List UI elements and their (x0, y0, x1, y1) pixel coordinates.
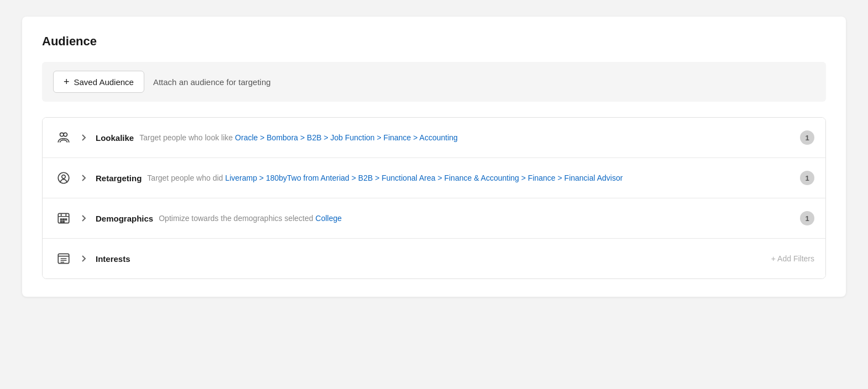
demographics-row[interactable]: Demographics Optimize towards the demogr… (43, 198, 825, 239)
svg-point-1 (64, 133, 67, 136)
lookalike-icon (54, 128, 74, 148)
interests-svg (56, 251, 71, 266)
demographics-svg (56, 211, 71, 225)
svg-point-3 (62, 175, 66, 179)
demographics-content: Demographics Optimize towards the demogr… (96, 214, 793, 223)
lookalike-link: Oracle > Bombora > B2B > Job Function > … (235, 133, 458, 142)
plus-icon: + (64, 77, 70, 87)
svg-point-2 (58, 172, 69, 183)
retargeting-icon (54, 168, 74, 188)
lookalike-svg (56, 130, 71, 145)
page-title: Audience (42, 34, 826, 49)
retargeting-row[interactable]: Retargeting Target people who did Livera… (43, 158, 825, 198)
retargeting-chevron[interactable] (76, 170, 91, 186)
retargeting-content: Retargeting Target people who did Livera… (96, 174, 793, 183)
demographics-chevron[interactable] (76, 211, 91, 226)
retargeting-svg (56, 171, 71, 185)
interests-chevron[interactable] (76, 251, 91, 266)
interests-content: Interests (96, 254, 765, 264)
retargeting-badge: 1 (800, 171, 814, 185)
svg-rect-12 (63, 221, 64, 222)
lookalike-chevron[interactable] (76, 130, 91, 145)
interests-label: Interests (96, 254, 130, 264)
svg-rect-8 (61, 219, 62, 220)
audience-container: Audience + Saved Audience Attach an audi… (22, 17, 846, 297)
lookalike-content: Lookalike Target people who look like Or… (96, 133, 793, 143)
lookalike-desc-prefix: Target people who look like (139, 133, 233, 142)
add-filters-link[interactable]: + Add Filters (765, 254, 814, 263)
svg-rect-11 (61, 221, 62, 222)
saved-audience-label: Saved Audience (74, 77, 134, 87)
interests-row[interactable]: Interests + Add Filters (43, 239, 825, 278)
demographics-desc-prefix: Optimize towards the demographics select… (159, 214, 313, 223)
retargeting-label: Retargeting (96, 174, 142, 183)
lookalike-row[interactable]: Lookalike Target people who look like Or… (43, 118, 825, 158)
demographics-badge: 1 (800, 211, 814, 225)
demographics-link: College (316, 214, 342, 223)
lookalike-badge: 1 (800, 130, 814, 145)
demographics-icon (54, 208, 74, 228)
chevron-right-icon (79, 174, 88, 182)
svg-rect-9 (63, 219, 64, 220)
interests-icon (54, 249, 74, 269)
lookalike-label: Lookalike (96, 133, 134, 143)
saved-audience-hint: Attach an audience for targeting (153, 77, 271, 87)
demographics-label: Demographics (96, 214, 153, 223)
chevron-right-icon (79, 133, 88, 142)
saved-audience-bar: + Saved Audience Attach an audience for … (42, 62, 826, 102)
section-list: Lookalike Target people who look like Or… (42, 117, 826, 279)
svg-point-0 (60, 133, 64, 136)
retargeting-link: Liveramp > 180byTwo from Anteriad > B2B … (225, 174, 623, 182)
chevron-right-icon (79, 214, 88, 223)
chevron-right-icon (79, 254, 88, 263)
retargeting-desc-prefix: Target people who did (147, 174, 223, 182)
svg-rect-10 (65, 219, 66, 220)
saved-audience-button[interactable]: + Saved Audience (53, 71, 144, 93)
